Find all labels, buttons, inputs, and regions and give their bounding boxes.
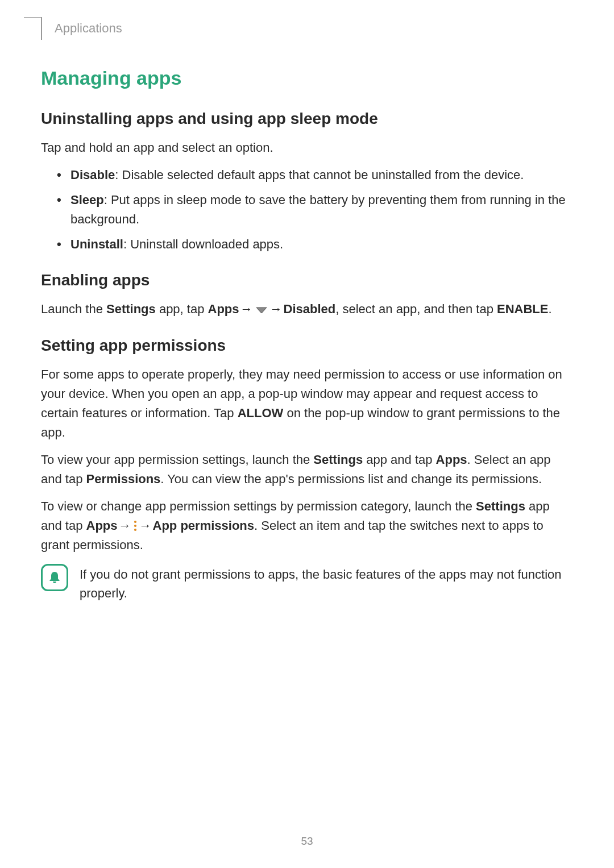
- uninstall-list: Disable: Disable selected default apps t…: [57, 165, 573, 254]
- arrow-icon: →: [119, 516, 131, 535]
- apps-label: Apps: [436, 452, 467, 467]
- header-divider: [41, 17, 42, 40]
- permissions-p1: For some apps to operate properly, they …: [41, 365, 573, 442]
- disable-label: Disable: [70, 168, 115, 182]
- text-fragment: app and tap: [363, 452, 435, 467]
- heading-enabling: Enabling apps: [41, 271, 573, 289]
- breadcrumb: Applications: [55, 21, 122, 36]
- text-fragment: . You can view the app's permissions lis…: [160, 472, 542, 486]
- permissions-label: Permissions: [86, 472, 161, 486]
- disabled-label: Disabled: [284, 302, 336, 316]
- settings-label: Settings: [313, 452, 363, 467]
- list-item: Disable: Disable selected default apps t…: [57, 165, 573, 185]
- disable-desc: : Disable selected default apps that can…: [115, 168, 524, 182]
- uninstall-desc: : Uninstall downloaded apps.: [123, 237, 283, 251]
- text-fragment: Launch the: [41, 302, 106, 316]
- note-text: If you do not grant permissions to apps,…: [80, 564, 573, 603]
- heading-permissions: Setting app permissions: [41, 337, 573, 355]
- section-title: Managing apps: [41, 67, 573, 89]
- uninstall-label: Uninstall: [70, 237, 123, 251]
- page-header: Applications: [41, 17, 573, 40]
- svg-marker-0: [256, 308, 267, 313]
- note-callout: If you do not grant permissions to apps,…: [41, 564, 573, 603]
- svg-point-2: [134, 525, 136, 527]
- more-options-icon: [132, 520, 138, 532]
- text-fragment: To view your app permission settings, la…: [41, 452, 313, 467]
- uninstall-intro: Tap and hold an app and select an option…: [41, 138, 573, 157]
- apps-label: Apps: [208, 302, 239, 316]
- list-item: Uninstall: Uninstall downloaded apps.: [57, 235, 573, 254]
- enable-label: ENABLE: [497, 302, 548, 316]
- apps-label: Apps: [86, 518, 118, 533]
- allow-label: ALLOW: [238, 406, 284, 420]
- sleep-desc: : Put apps in sleep mode to save the bat…: [70, 193, 566, 226]
- text-fragment: To view or change app permission setting…: [41, 499, 476, 513]
- bell-icon: [41, 564, 68, 591]
- settings-label: Settings: [106, 302, 156, 316]
- dropdown-icon: [255, 306, 268, 314]
- permissions-p3: To view or change app permission setting…: [41, 497, 573, 555]
- enabling-paragraph: Launch the Settings app, tap Apps → → Di…: [41, 300, 573, 319]
- svg-point-3: [134, 529, 136, 531]
- page-number: 53: [0, 835, 614, 848]
- arrow-icon: →: [139, 516, 152, 535]
- arrow-icon: →: [270, 300, 283, 319]
- app-permissions-label: App permissions: [153, 518, 254, 533]
- settings-label: Settings: [476, 499, 525, 513]
- sleep-label: Sleep: [70, 193, 104, 207]
- text-fragment: , select an app, and then tap: [335, 302, 497, 316]
- heading-uninstalling: Uninstalling apps and using app sleep mo…: [41, 110, 573, 128]
- text-fragment: .: [548, 302, 551, 316]
- arrow-icon: →: [240, 300, 253, 319]
- permissions-p2: To view your app permission settings, la…: [41, 450, 573, 489]
- svg-point-1: [134, 521, 136, 523]
- text-fragment: app, tap: [156, 302, 208, 316]
- list-item: Sleep: Put apps in sleep mode to save th…: [57, 190, 573, 229]
